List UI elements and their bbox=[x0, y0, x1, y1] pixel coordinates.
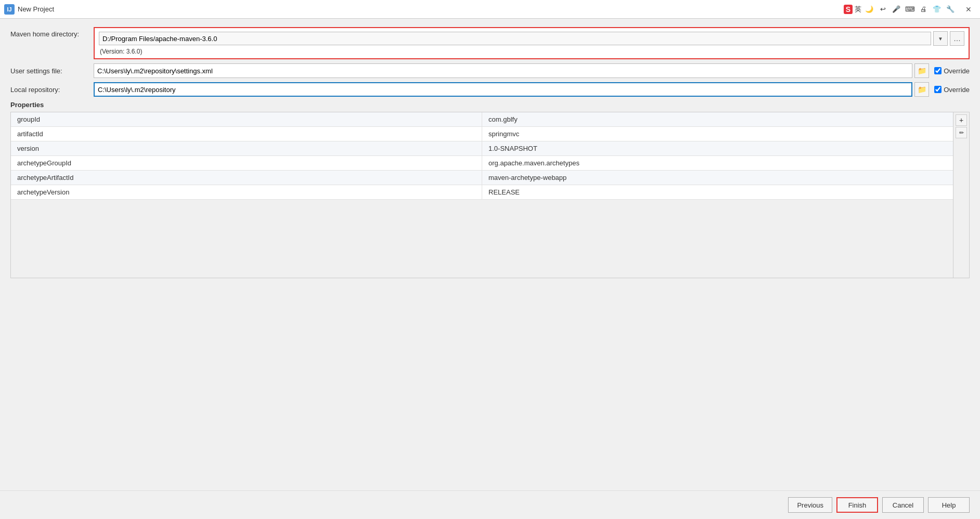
maven-version-text: (Version: 3.6.0) bbox=[99, 48, 964, 55]
help-button[interactable]: Help bbox=[928, 497, 970, 513]
local-repo-input-group: 📁 Override bbox=[94, 82, 970, 97]
property-value: org.apache.maven.archetypes bbox=[482, 156, 953, 171]
ime-label: 英 bbox=[855, 5, 861, 14]
table-row: version1.0-SNAPSHOT bbox=[11, 141, 953, 156]
local-repo-override-group: Override bbox=[934, 86, 970, 94]
property-value: 1.0-SNAPSHOT bbox=[482, 141, 953, 156]
property-key: groupId bbox=[11, 112, 482, 127]
local-repo-row: Local repository: 📁 Override bbox=[10, 82, 970, 97]
user-settings-override-label: Override bbox=[944, 67, 970, 75]
property-key: artifactId bbox=[11, 127, 482, 141]
maven-home-input-row: ▼ … bbox=[99, 31, 964, 46]
user-settings-label: User settings file: bbox=[10, 67, 94, 75]
undo-icon[interactable]: ↩ bbox=[877, 4, 888, 15]
maven-home-highlight-box: ▼ … (Version: 3.6.0) bbox=[94, 27, 970, 59]
finish-button[interactable]: Finish bbox=[836, 497, 878, 513]
maven-home-input[interactable] bbox=[99, 32, 931, 45]
user-settings-input[interactable] bbox=[94, 63, 912, 78]
local-repo-browse-btn[interactable]: 📁 bbox=[914, 82, 929, 97]
app-icon: IJ bbox=[4, 4, 15, 15]
table-row: archetypeGroupIdorg.apache.maven.archety… bbox=[11, 156, 953, 171]
properties-section: Properties groupIdcom.gblfyartifactIdspr… bbox=[10, 101, 970, 482]
cancel-button[interactable]: Cancel bbox=[882, 497, 924, 513]
properties-container: groupIdcom.gblfyartifactIdspringmvcversi… bbox=[10, 112, 970, 278]
table-row: archetypeVersionRELEASE bbox=[11, 185, 953, 200]
mic-icon[interactable]: 🎤 bbox=[891, 4, 902, 15]
property-key: archetypeGroupId bbox=[11, 156, 482, 171]
print-icon[interactable]: 🖨 bbox=[918, 4, 929, 15]
title-bar: IJ New Project S 英 🌙 ↩ 🎤 ⌨ 🖨 👕 🔧 ✕ bbox=[0, 0, 980, 19]
user-settings-override-group: Override bbox=[934, 67, 970, 75]
property-key: archetypeVersion bbox=[11, 185, 482, 200]
local-repo-override-checkbox[interactable] bbox=[934, 86, 942, 93]
maven-home-dropdown-btn[interactable]: ▼ bbox=[933, 31, 948, 46]
previous-button[interactable]: Previous bbox=[788, 497, 832, 513]
table-row: artifactIdspringmvc bbox=[11, 127, 953, 141]
moon-icon[interactable]: 🌙 bbox=[863, 4, 875, 15]
maven-home-label: Maven home directory: bbox=[10, 27, 94, 38]
maven-home-row: Maven home directory: ▼ … (Version: 3.6.… bbox=[10, 27, 970, 59]
system-tray: S 英 🌙 ↩ 🎤 ⌨ 🖨 👕 🔧 bbox=[844, 4, 956, 15]
properties-scroll[interactable]: groupIdcom.gblfyartifactIdspringmvcversi… bbox=[11, 112, 953, 278]
properties-table: groupIdcom.gblfyartifactIdspringmvcversi… bbox=[11, 112, 953, 200]
local-repo-input[interactable] bbox=[94, 82, 912, 97]
property-key: archetypeArtifactId bbox=[11, 171, 482, 185]
property-value: maven-archetype-webapp bbox=[482, 171, 953, 185]
properties-sidebar: + ✏ bbox=[953, 112, 969, 278]
main-content: Maven home directory: ▼ … (Version: 3.6.… bbox=[0, 19, 980, 490]
properties-title: Properties bbox=[10, 101, 970, 109]
sougou-icon[interactable]: S bbox=[844, 5, 853, 14]
bottom-bar: Previous Finish Cancel Help bbox=[0, 490, 980, 519]
keyboard-icon[interactable]: ⌨ bbox=[904, 4, 915, 15]
property-value: RELEASE bbox=[482, 185, 953, 200]
user-settings-input-group: 📁 Override bbox=[94, 63, 970, 78]
local-repo-override-label: Override bbox=[944, 86, 970, 94]
user-settings-override-checkbox[interactable] bbox=[934, 67, 942, 74]
shirt-icon[interactable]: 👕 bbox=[931, 4, 943, 15]
user-settings-row: User settings file: 📁 Override bbox=[10, 63, 970, 78]
wrench-icon[interactable]: 🔧 bbox=[945, 4, 956, 15]
window-title: New Project bbox=[18, 5, 844, 13]
table-row: groupIdcom.gblfy bbox=[11, 112, 953, 127]
table-row: archetypeArtifactIdmaven-archetype-webap… bbox=[11, 171, 953, 185]
property-value: springmvc bbox=[482, 127, 953, 141]
property-value: com.gblfy bbox=[482, 112, 953, 127]
user-settings-browse-btn[interactable]: 📁 bbox=[914, 63, 929, 78]
close-button[interactable]: ✕ bbox=[961, 2, 976, 17]
edit-property-btn[interactable]: ✏ bbox=[956, 127, 967, 138]
property-key: version bbox=[11, 141, 482, 156]
local-repo-label: Local repository: bbox=[10, 86, 94, 94]
add-property-btn[interactable]: + bbox=[956, 114, 967, 126]
maven-home-browse-btn[interactable]: … bbox=[950, 31, 964, 46]
